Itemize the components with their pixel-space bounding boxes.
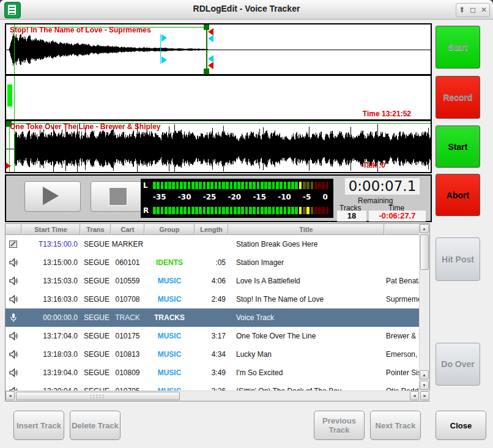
meter-right-label: R [143,206,153,215]
log-row[interactable]: 13:15:03.0SEGUE010559MUSIC4:06Love Is A … [6,272,420,290]
column-header-length[interactable]: Length [195,224,228,235]
scroll-up-icon[interactable]: ▴ [420,370,429,379]
log-row-selected[interactable]: 00:00:00.0SEGUETRACKTRACKSVoice Track [6,308,420,327]
horizontal-scroll-thumb[interactable] [16,392,180,400]
log-row[interactable]: 13:15:00.0SEGUE060101IDENTS:05Station Im… [6,253,420,272]
meter-segment [303,182,306,189]
meter-segment [234,207,237,214]
meter-segment [306,182,310,189]
do-over-button[interactable]: Do Over [436,343,480,386]
column-header-group[interactable]: Group [144,224,195,235]
log-row[interactable]: 13:16:03.0SEGUE010708MUSIC2:49Stop! In T… [6,290,420,308]
scroll-left-icon[interactable]: ◂ [410,391,419,400]
column-header-cart[interactable]: Cart [111,224,144,235]
elapsed-time-display: 0:00:07.1 [345,178,420,195]
waveform-lane-previous-cart[interactable]: Stop! In The Name of Love - Suprmemes [6,24,431,74]
segue-start-handle-top[interactable] [161,34,167,42]
scroll-up-icon[interactable]: ▴ [420,224,429,233]
end-marker-line [206,24,207,74]
segue-start-handle-bottom[interactable] [161,56,167,64]
meter-segment [322,207,325,214]
meter-right-bar [153,207,330,214]
log-row[interactable]: 13:19:04.0SEGUE010809MUSIC3:49I'm So Exc… [6,364,420,382]
record-button[interactable]: Record [436,76,480,119]
meter-segment [218,207,221,214]
log-row[interactable]: 13:18:03.0SEGUE010813MUSIC4:34Lucky ManE… [6,345,420,364]
meter-segment [210,182,213,189]
insert-track-button[interactable]: Insert Track [13,411,64,440]
scale-tick: -20 [228,193,242,201]
meter-segment [314,182,317,189]
meter-segment [284,182,287,189]
cell-title: Lucky Man [228,350,384,359]
column-header-title[interactable]: Title [228,224,384,235]
close-window-icon[interactable]: ✕ [481,4,487,17]
speaker-icon [6,258,21,267]
cell-title: Voice Track [228,313,384,322]
meter-segment [299,182,302,189]
waveform-deck: Stop! In The Name of Love - Suprmemes Ti… [5,23,432,173]
segue-start-line [160,34,161,64]
previous-track-button[interactable]: Previous Track [314,411,365,440]
abort-button[interactable]: Abort [436,174,480,216]
play-button[interactable] [24,181,81,212]
end-marker-handle-bottom[interactable] [204,69,209,74]
meter-segment [207,207,210,214]
record-position-bar[interactable] [7,84,12,106]
scroll-left-icon[interactable]: ◂ [6,391,15,400]
horizontal-scrollbar[interactable]: ◂ ◂ ▸ [6,390,430,401]
meter-segment [261,207,264,214]
segue-end-handle-top[interactable] [208,35,213,42]
scale-tick: -10 [278,193,291,201]
cell-length: 3:49 [195,368,228,377]
meter-segment [284,207,287,214]
cell-length: 2:49 [195,295,228,304]
log-row[interactable]: 13:17:04.0SEGUE010175MUSIC3:17One Toke O… [6,327,420,345]
vertical-scrollbar[interactable]: ▴ ▴ ▾ [419,224,429,391]
column-header-icon[interactable] [6,224,21,235]
start-next-button[interactable]: Start [436,125,480,168]
meter-segment [165,207,168,214]
play-icon [43,187,59,205]
meter-segment [207,182,210,189]
close-button[interactable]: Close [436,411,486,440]
column-header-trans[interactable]: Trans [80,224,111,235]
log-table-header: Start Time Trans Cart Group Length Title [6,224,420,235]
meter-segment [257,182,260,189]
start-previous-button[interactable]: Start [436,26,480,69]
maximize-window-icon[interactable]: ◻ [470,4,476,17]
window-controls: ⬆ ◻ ✕ [456,3,490,17]
fade-handle-bottom[interactable] [208,62,213,69]
remaining-label: Remaining [358,196,393,205]
cell-title: Station Imager [228,258,384,267]
delete-track-button[interactable]: Delete Track [70,411,120,440]
marker-icon [6,239,21,249]
column-header-start-time[interactable]: Start Time [21,224,80,235]
titlebar[interactable]: RDLogEdit - Voice Tracker ⬆ ◻ ✕ [0,0,493,20]
scroll-right-icon[interactable]: ▸ [420,391,429,400]
scroll-down-icon[interactable]: ▾ [420,381,429,390]
cell-artist: Pointer Sisters [384,368,420,377]
cell-artist: Suprmemes [384,295,420,304]
meter-segment [276,207,279,214]
waveform-lane-voice-track[interactable]: Time 13:21:52 [6,76,431,119]
cell-artist: Pat Benatar [384,277,420,285]
fade-in-handle[interactable] [6,163,11,169]
cell-group: MUSIC [144,332,195,340]
column-header-artist[interactable] [384,224,420,235]
cell-start-time: 13:19:04.0 [21,368,80,377]
next-track-button[interactable]: Next Track [370,411,421,440]
next-cart-title: One Toke Over The Line - Brewer & Shiple… [10,122,161,131]
stop-button[interactable] [91,181,147,212]
meter-segment [218,182,221,189]
meter-segment [176,207,179,214]
log-row[interactable]: 13:20:04.0SEGUE010705MUSIC3:26(Sittin' O… [6,382,420,391]
waveform-lane-next-cart[interactable]: One Toke Over The Line - Brewer & Shiple… [6,121,431,172]
vertical-scroll-thumb[interactable] [420,234,429,270]
log-row[interactable]: T13:15:00.0SEGUEMARKERStation Break Goes… [6,235,420,253]
meter-segment [303,207,306,214]
shade-window-icon[interactable]: ⬆ [459,4,465,17]
hit-post-button[interactable]: Hit Post [436,237,480,281]
cell-trans: SEGUE [80,295,111,304]
meter-segment [311,182,314,189]
